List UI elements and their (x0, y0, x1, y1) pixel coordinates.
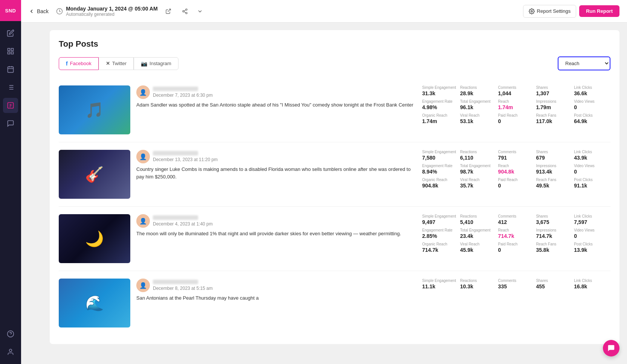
svg-line-27 (184, 10, 186, 11)
stat-video-views: Video Views 0 (574, 99, 610, 110)
stat-link-clicks: Link Clicks 36.6k (574, 85, 610, 96)
expand-button[interactable] (194, 5, 206, 17)
sort-select[interactable]: Reach Engagement Impressions (558, 56, 610, 70)
top-header: Back Monday January 1, 2024 @ 05:00 AM A… (21, 0, 627, 23)
sidebar-item-help[interactable] (3, 326, 18, 341)
post-author (153, 87, 198, 91)
post-content: 👤 December 8, 2023 at 5:15 am San Antoni… (136, 279, 416, 302)
post-meta: 👤 December 4, 2023 at 1:40 pm (136, 214, 416, 228)
post-author (153, 151, 198, 155)
svg-point-20 (9, 349, 12, 352)
stat-impressions: Impressions 1.79m (536, 99, 572, 110)
svg-point-24 (183, 11, 184, 12)
post-stats: Simple Engagement 7,580 Reactions 6,110 … (422, 150, 610, 189)
post-meta: 👤 December 7, 2023 at 6:30 pm (136, 85, 416, 99)
post-thumbnail: 🎸 (59, 150, 130, 199)
svg-line-22 (168, 9, 170, 12)
post-stats: Simple Engagement 31.3k Reactions 28.9k … (422, 85, 610, 124)
tab-twitter[interactable]: ✕ Twitter (99, 57, 134, 70)
post-item: 🌊 👤 December 8, 2023 at 5:15 am San Anto… (59, 271, 610, 335)
stat-organic-reach: Organic Reach 1.74m (422, 113, 459, 124)
svg-line-26 (184, 12, 186, 13)
instagram-icon: 📷 (141, 61, 147, 67)
report-info: Monday January 1, 2024 @ 05:00 AM Automa… (56, 5, 523, 17)
app-logo: SND (0, 0, 21, 21)
avatar: 👤 (136, 279, 150, 292)
stat-reach: Reach 1.74m (498, 99, 535, 110)
post-date: December 7, 2023 at 6:30 pm (153, 93, 213, 98)
sidebar-item-calendar[interactable] (3, 62, 18, 77)
post-stats: Simple Engagement 11.1k Reactions 10.3k … (422, 279, 610, 289)
post-date: December 4, 2023 at 1:40 pm (153, 221, 213, 227)
sidebar-item-user[interactable] (3, 344, 18, 359)
svg-rect-2 (8, 52, 10, 54)
sidebar: SND (0, 0, 21, 364)
settings-icon (529, 8, 535, 14)
page-title: Top Posts (59, 39, 610, 49)
post-thumbnail: 🌊 (59, 279, 130, 327)
post-meta: 👤 December 8, 2023 at 5:15 am (136, 279, 416, 292)
content-card: Top Posts f Facebook ✕ Twitter 📷 Instagr… (50, 30, 619, 344)
external-link-icon[interactable] (162, 5, 174, 17)
tab-buttons: f Facebook ✕ Twitter 📷 Instagram (59, 57, 558, 70)
tab-instagram[interactable]: 📷 Instagram (134, 57, 178, 70)
svg-rect-4 (8, 67, 14, 72)
svg-rect-1 (11, 49, 14, 51)
svg-point-28 (531, 11, 532, 12)
stat-total-engagement: Total Engagement 96.1k (460, 99, 497, 110)
post-content: 👤 December 13, 2023 at 11:20 pm Country … (136, 150, 416, 180)
stat-viral-reach: Viral Reach 53.1k (460, 113, 497, 124)
posts-list: 🎵 👤 December 7, 2023 at 6:30 pm Adam San… (59, 78, 610, 335)
post-text: Country singer Luke Combs is making amen… (136, 166, 416, 180)
svg-point-25 (186, 12, 187, 14)
facebook-icon: f (66, 61, 68, 67)
stat-post-clicks: Post Clicks 64.9k (574, 113, 610, 124)
stat-reactions: Reactions 28.9k (460, 85, 497, 96)
post-item: 🎵 👤 December 7, 2023 at 6:30 pm Adam San… (59, 78, 610, 142)
post-author (153, 215, 198, 220)
post-item: 🎸 👤 December 13, 2023 at 11:20 pm Countr… (59, 142, 610, 207)
report-subtitle: Automatically generated (66, 12, 157, 17)
post-thumbnail: 🎵 (59, 85, 130, 134)
svg-point-23 (186, 9, 187, 10)
tab-bar: f Facebook ✕ Twitter 📷 Instagram Reach E… (59, 56, 610, 70)
avatar: 👤 (136, 85, 150, 99)
post-content: 👤 December 7, 2023 at 6:30 pm Adam Sandl… (136, 85, 416, 109)
post-author (153, 280, 198, 284)
post-date: December 13, 2023 at 11:20 pm (153, 157, 218, 162)
clock-icon (56, 8, 63, 15)
main-content: Top Posts f Facebook ✕ Twitter 📷 Instagr… (42, 23, 627, 364)
svg-rect-3 (11, 52, 14, 54)
back-button[interactable]: Back (29, 8, 49, 14)
post-thumbnail: 🌙 (59, 214, 130, 263)
avatar: 👤 (136, 214, 150, 228)
share-icon[interactable] (179, 5, 191, 17)
stat-paid-reach: Paid Reach 0 (498, 113, 535, 124)
post-text: The moon will only be illuminated 1% tha… (136, 230, 416, 238)
chat-bubble-button[interactable] (603, 340, 619, 356)
header-actions: Report Settings Run Report (523, 5, 619, 18)
chat-icon (607, 344, 615, 352)
stat-engagement-rate: Engagement Rate 4.98% (422, 99, 459, 110)
post-content: 👤 December 4, 2023 at 1:40 pm The moon w… (136, 214, 416, 238)
stat-simple-engagement: Simple Engagement 31.3k (422, 85, 459, 96)
post-meta: 👤 December 13, 2023 at 11:20 pm (136, 150, 416, 163)
report-settings-button[interactable]: Report Settings (523, 5, 577, 18)
sidebar-item-messages[interactable] (3, 116, 18, 131)
report-title: Monday January 1, 2024 @ 05:00 AM (66, 6, 157, 12)
svg-rect-0 (8, 49, 10, 51)
stat-shares: Shares 1,307 (536, 85, 572, 96)
sidebar-item-grid[interactable] (3, 44, 18, 59)
post-text: Adam Sandler was spotted at the San Anto… (136, 101, 416, 109)
run-report-button[interactable]: Run Report (579, 5, 619, 17)
sidebar-item-list[interactable] (3, 80, 18, 95)
sidebar-item-reports[interactable] (3, 98, 18, 113)
post-stats: Simple Engagement 9,497 Reactions 5,410 … (422, 214, 610, 253)
twitter-icon: ✕ (106, 61, 110, 66)
sidebar-item-edit[interactable] (3, 26, 18, 41)
post-date: December 8, 2023 at 5:15 am (153, 286, 213, 291)
stat-comments: Comments 1,044 (498, 85, 535, 96)
stat-reach-fans: Reach Fans 117.0k (536, 113, 572, 124)
tab-facebook[interactable]: f Facebook (59, 57, 99, 70)
avatar: 👤 (136, 150, 150, 163)
